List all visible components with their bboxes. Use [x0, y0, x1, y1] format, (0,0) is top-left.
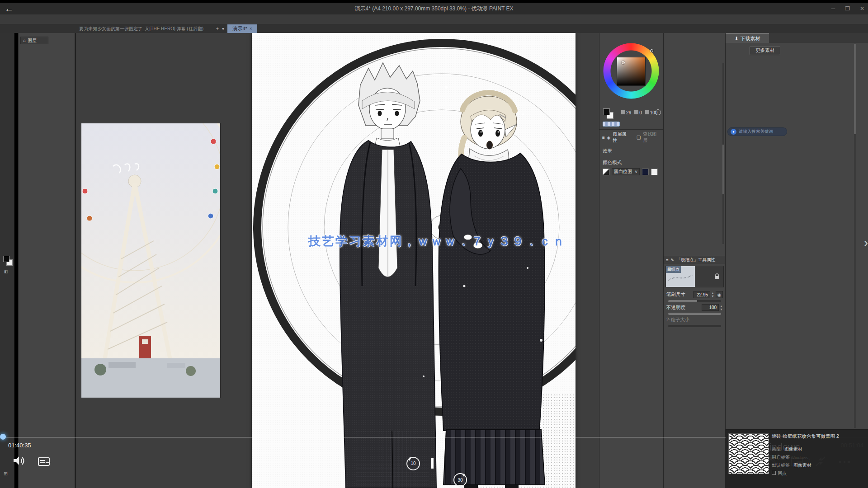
layer-property-title: 图层属性 [613, 131, 631, 144]
particle-size-row: 2·粒子大小 [664, 315, 726, 323]
skip-forward-button[interactable]: 30 [452, 472, 468, 488]
opacity-stepper[interactable]: ▲▼ [720, 305, 723, 311]
color-info-icon[interactable] [655, 109, 661, 115]
document-tab-row: 要为未知少女画的第一张图定了_又[THE HERO] 弹幕 (往后翻) + ▾ … [0, 24, 868, 33]
document-tab-label: 演示4* [232, 25, 247, 32]
draw-color-chip-dark[interactable] [642, 169, 649, 175]
menu-bar [0, 14, 868, 24]
panel-menu-icon[interactable]: ≡ [666, 258, 669, 263]
opacity-label: 不透明度 [666, 305, 685, 311]
material-info-thumbnail [728, 433, 769, 474]
saturation-value: 0 [639, 110, 642, 115]
pause-button[interactable] [431, 458, 439, 469]
danmaku-button[interactable] [38, 457, 50, 466]
brush-preview-label: 极细点 [666, 266, 681, 273]
layers-panel-tab-label: 图层 [28, 38, 37, 44]
next-chevron-icon[interactable]: › [864, 236, 868, 250]
video-progress-knob[interactable] [0, 434, 6, 440]
particle-size-slider[interactable] [668, 325, 721, 327]
sv-marker[interactable] [622, 61, 625, 64]
layers-panel-tab[interactable]: ⌂ 图层 [20, 37, 48, 44]
tool-property-panel: ≡ ✎ 「极细点」工具属性 极细点 笔刷尺寸 22.95 ▲▼ ◉ [664, 256, 726, 327]
checkbox-icon[interactable] [772, 471, 776, 475]
brush-size-slider[interactable] [668, 300, 721, 302]
canvas-pasteboard[interactable]: 技艺学习素材网，ｗｗｗ．７ｙ３９．ｃｎ [75, 33, 599, 488]
layer-property-panel: ≡ ◈ 图层属性 ❏ 查找图层 效果 颜色模式 黑白位图 ˅ [599, 129, 664, 177]
danmaku-comment: 要为未知少女画的第一张图定了_又[THE HERO] 弹幕 (往后翻) [79, 24, 215, 33]
material-search-input[interactable]: ● 请输入搜索关键词 [727, 127, 787, 136]
tab-dropdown-icon[interactable]: ▾ [222, 24, 224, 33]
opacity-value[interactable]: 100 [702, 304, 719, 311]
volume-button[interactable] [13, 455, 25, 466]
toolstrip-bottom-icon[interactable]: ⊞ [4, 471, 8, 477]
swap-colors-icon[interactable]: ◧ [4, 269, 8, 274]
document-tab[interactable]: 演示4* × [227, 24, 257, 33]
draw-color-chip-light[interactable] [651, 169, 658, 175]
layers-panel-header-icons [19, 33, 75, 37]
layer-search-tab[interactable]: 查找图层 [643, 131, 661, 144]
window-controls: ─❐✕ [831, 3, 864, 14]
subtool-panel: ≡ ✎ 「极细点」工具属性 极细点 笔刷尺寸 22.95 ▲▼ ◉ [663, 33, 725, 488]
tab-close-icon[interactable]: × [250, 26, 252, 31]
layer-property-icon: ◈ [607, 135, 611, 140]
material-check-label: 网点 [778, 471, 787, 476]
layer-search-icon: ❏ [637, 135, 641, 140]
material-panel: ⬇ 下载素材 更多素材 ● 请输入搜索关键词 › Windows 转到「设置」以… [725, 33, 868, 488]
material-type-label: 类型 [772, 446, 781, 452]
skip-forward-label: 30 [452, 472, 468, 488]
brush-size-stepper[interactable]: ▲▼ [711, 291, 714, 298]
reference-photo[interactable] [81, 123, 220, 398]
video-watermark: 技艺学习素材网，ｗｗｗ．７ｙ３９．ｃｎ [302, 233, 573, 249]
material-deftag-value: 图像素材 [793, 462, 811, 469]
material-usertag-label: 用户标签 [772, 454, 790, 460]
search-icon: ● [731, 129, 736, 135]
tool-property-pencil-icon: ✎ [671, 258, 675, 263]
window-title: 演示4* (A4 210.00 x 297.00mm 350dpi 33.0%)… [0, 3, 868, 14]
hue-value: 26 [626, 110, 631, 115]
tool-property-title: 「极细点」工具属性 [677, 257, 716, 263]
color-mode-row: 黑白位图 ˅ [599, 167, 664, 177]
material-info-popup: Windows 转到「设置」以激活 Windows。 墙砖·蛤壁纸花纹合集可做盖… [726, 429, 868, 488]
layers-panel: ⌂ 图层 [18, 33, 75, 488]
color-mode-dropdown[interactable]: 黑白位图 ˅ [612, 168, 640, 175]
video-player-stage: ← 演示4* (A4 210.00 x 297.00mm 350dpi 33.0… [0, 0, 868, 488]
hue-marker[interactable] [650, 49, 653, 52]
new-canvas-button[interactable]: + [216, 24, 219, 33]
elapsed-time: 01:40:35 [8, 442, 31, 449]
material-tab-label: 下载素材 [741, 35, 760, 42]
panel-menu-icon[interactable]: ≡ [602, 135, 605, 140]
color-mode-icon [603, 169, 609, 175]
more-materials-button[interactable]: 更多素材 [750, 46, 780, 55]
brush-size-source-button[interactable]: ◉ [716, 291, 723, 298]
particle-size-label: 2·粒子大小 [666, 317, 689, 323]
maximize-button[interactable]: ❐ [845, 5, 850, 12]
opacity-row: 不透明度 100 ▲▼ [664, 302, 726, 311]
chevron-down-icon: ˅ [635, 169, 637, 174]
material-deftag-label: 默认标签 [772, 462, 790, 469]
material-scrollbar[interactable] [854, 44, 856, 428]
download-icon: ⬇ [734, 36, 738, 42]
subtitle-icon [38, 457, 50, 466]
subtool-group-tabs-row2 [664, 37, 725, 38]
material-tab-download[interactable]: ⬇ 下载素材 [726, 33, 769, 43]
saturation-value-box[interactable] [617, 57, 646, 86]
close-button[interactable]: ✕ [860, 5, 864, 12]
brush-size-value[interactable]: 22.95 [693, 291, 710, 298]
material-type-value: 图像素材 [784, 446, 802, 452]
lock-icon[interactable] [714, 273, 720, 280]
effect-label: 效果 [599, 145, 664, 155]
opacity-slider[interactable] [668, 313, 721, 315]
color-mode-label: 颜色模式 [599, 157, 664, 167]
foreground-color-chip[interactable] [3, 256, 9, 262]
brush-preview: 极细点 [665, 266, 724, 287]
foreground-color-chip[interactable] [603, 108, 610, 115]
transparent-color-chip[interactable] [603, 122, 620, 127]
color-mode-value: 黑白位图 [614, 169, 632, 175]
brush-list-scrollbar[interactable] [722, 63, 724, 244]
brush-size-row: 笔刷尺寸 22.95 ▲▼ ◉ [664, 289, 726, 298]
material-info-title: 墙砖·蛤壁纸花纹合集可做盖图 2 [772, 433, 866, 439]
main-canvas-art[interactable] [252, 33, 576, 488]
skip-back-button[interactable]: 10 [405, 455, 421, 472]
search-placeholder: 请输入搜索关键词 [739, 129, 773, 135]
minimize-button[interactable]: ─ [831, 5, 835, 12]
